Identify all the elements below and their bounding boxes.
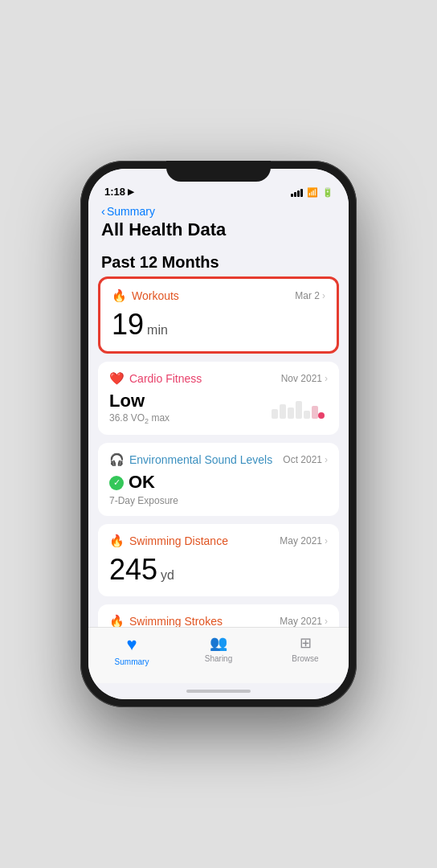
nav-header: ‹ Summary All Health Data	[88, 201, 349, 247]
workouts-date: Mar 2	[295, 290, 320, 301]
swim-dist-title-group: 🔥 Swimming Distance	[109, 534, 228, 548]
swim-str-title-group: 🔥 Swimming Strokes	[109, 614, 223, 627]
environmental-sound-card[interactable]: 🎧 Environmental Sound Levels Oct 2021 › …	[98, 443, 339, 516]
browse-icon: ⊞	[300, 634, 312, 652]
wifi-icon: 📶	[307, 187, 318, 198]
workouts-unit: min	[147, 323, 168, 338]
cardio-subtitle: 36.8 VO2 max	[109, 412, 169, 425]
cardio-fitness-card[interactable]: ❤️ Cardio Fitness Nov 2021 › Low 36.8 VO…	[98, 362, 339, 435]
swim-dist-icon: 🔥	[109, 534, 125, 548]
cardio-title-group: ❤️ Cardio Fitness	[109, 371, 202, 386]
env-date-group: Oct 2021 ›	[283, 454, 328, 465]
workouts-chevron-icon: ›	[322, 290, 325, 301]
workouts-title: Workouts	[132, 289, 179, 302]
env-title-group: 🎧 Environmental Sound Levels	[109, 452, 272, 467]
back-button[interactable]: ‹ Summary	[101, 204, 336, 218]
status-icons: 📶 🔋	[291, 187, 333, 198]
summary-heart-icon: ♥	[126, 634, 137, 655]
swimming-distance-card[interactable]: 🔥 Swimming Distance May 2021 › 245 yd	[98, 524, 339, 596]
swim-dist-unit: yd	[161, 568, 174, 583]
tab-bar: ♥ Summary 👥 Sharing ⊞ Browse	[88, 627, 349, 683]
cardio-chevron-icon: ›	[325, 373, 328, 384]
workouts-value: 19	[112, 308, 144, 342]
sharing-icon: 👥	[210, 634, 227, 652]
swim-dist-chevron-icon: ›	[325, 535, 328, 547]
cardio-date: Nov 2021	[281, 373, 322, 384]
env-subtitle: 7-Day Exposure	[109, 495, 328, 506]
home-bar	[186, 690, 251, 693]
swim-str-date-group: May 2021 ›	[280, 616, 328, 627]
cardio-status: Low	[109, 391, 169, 411]
tab-summary[interactable]: ♥ Summary	[88, 634, 175, 666]
env-chevron-icon: ›	[325, 454, 328, 465]
env-status-row: ✓ OK	[109, 472, 328, 493]
page-title: All Health Data	[101, 219, 336, 240]
cardio-chart	[272, 396, 328, 425]
notch	[166, 161, 271, 182]
tab-summary-label: Summary	[115, 657, 149, 666]
env-icon: 🎧	[109, 452, 125, 467]
back-label: Summary	[107, 205, 155, 218]
signal-strength-icon	[291, 189, 303, 197]
phone-frame: 1:18 ▶ 📶 🔋 ‹ Summary All Health Data	[80, 161, 357, 707]
swim-str-title: Swimming Strokes	[129, 615, 223, 627]
env-ok-status: OK	[129, 472, 155, 493]
back-chevron-icon: ‹	[101, 204, 105, 218]
section-past-12-months: Past 12 Months	[88, 247, 349, 276]
tab-browse-label: Browse	[292, 654, 318, 663]
tab-sharing-label: Sharing	[205, 654, 232, 663]
workouts-date-group: Mar 2 ›	[295, 290, 325, 301]
swim-str-chevron-icon: ›	[325, 616, 328, 627]
phone-screen: 1:18 ▶ 📶 🔋 ‹ Summary All Health Data	[88, 169, 349, 699]
swimming-strokes-card[interactable]: 🔥 Swimming Strokes May 2021 › 213 stroke…	[98, 604, 339, 627]
workouts-icon: 🔥	[112, 289, 127, 303]
card-title-group: 🔥 Workouts	[112, 289, 179, 303]
workouts-value-row: 19 min	[112, 308, 325, 342]
ok-badge-icon: ✓	[109, 476, 124, 490]
swim-str-icon: 🔥	[109, 614, 125, 627]
scroll-content[interactable]: 🔥 Workouts Mar 2 › 19 min ❤️	[88, 276, 349, 627]
swim-str-date: May 2021	[280, 616, 322, 627]
workouts-card[interactable]: 🔥 Workouts Mar 2 › 19 min	[98, 276, 339, 354]
cardio-title: Cardio Fitness	[129, 372, 202, 385]
battery-icon: 🔋	[322, 187, 333, 198]
swim-dist-date-group: May 2021 ›	[280, 535, 328, 547]
home-indicator	[88, 683, 349, 699]
status-time: 1:18 ▶	[104, 186, 134, 198]
tab-sharing[interactable]: 👥 Sharing	[175, 634, 262, 663]
swim-dist-title: Swimming Distance	[129, 534, 228, 547]
env-date: Oct 2021	[283, 454, 322, 465]
env-title: Environmental Sound Levels	[129, 453, 272, 466]
cardio-date-group: Nov 2021 ›	[281, 373, 328, 384]
cardio-icon: ❤️	[109, 371, 125, 386]
tab-browse[interactable]: ⊞ Browse	[262, 634, 349, 663]
swim-dist-value-row: 245 yd	[109, 553, 328, 587]
swim-dist-value: 245	[109, 553, 157, 587]
swim-dist-date: May 2021	[280, 535, 322, 547]
location-icon: ▶	[128, 187, 134, 196]
